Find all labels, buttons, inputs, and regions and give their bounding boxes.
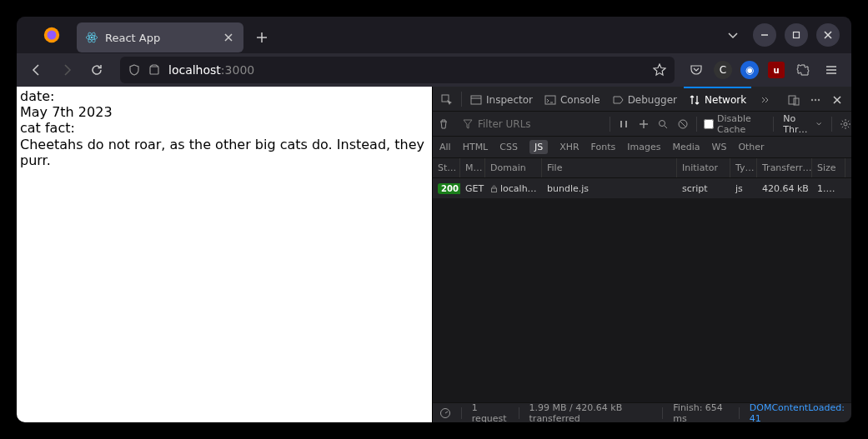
titlebar: React App xyxy=(17,17,851,53)
close-window-button[interactable] xyxy=(816,23,840,47)
content-area: date: May 7th 2023 cat fact: Cheetahs do… xyxy=(17,87,851,422)
url-bar[interactable]: localhost:3000 xyxy=(120,57,675,83)
row-size: 1.… xyxy=(812,178,845,198)
maximize-button[interactable] xyxy=(785,23,808,47)
status-finish: Finish: 654 ms xyxy=(673,402,729,423)
svg-point-16 xyxy=(660,120,665,126)
filter-fonts[interactable]: Fonts xyxy=(591,142,616,152)
reload-button[interactable] xyxy=(83,57,110,83)
header-transferred[interactable]: Transferr… xyxy=(757,158,812,177)
fact-value: Cheetahs do not roar, as the other big c… xyxy=(20,137,429,168)
svg-rect-11 xyxy=(789,96,795,104)
filter-media[interactable]: Media xyxy=(672,142,700,152)
tab-debugger[interactable]: Debugger xyxy=(607,87,682,112)
header-status[interactable]: St… xyxy=(433,158,460,177)
tab-network[interactable]: Network xyxy=(684,87,751,112)
disable-cache-checkbox[interactable]: Disable Cache xyxy=(704,113,766,135)
shield-icon xyxy=(128,64,140,76)
more-tabs-button[interactable] xyxy=(753,87,775,112)
tab-react-app[interactable]: React App xyxy=(77,22,243,52)
date-value: May 7th 2023 xyxy=(20,104,429,120)
status-requests: 1 request xyxy=(472,402,509,423)
tabs-menu-button[interactable] xyxy=(721,23,745,47)
devtools-panel: Inspector Console Debugger Network xyxy=(432,87,851,422)
svg-point-14 xyxy=(815,98,816,100)
svg-point-18 xyxy=(844,122,847,126)
perf-icon[interactable] xyxy=(439,407,451,419)
date-label: date: xyxy=(20,88,429,104)
clear-button[interactable] xyxy=(438,115,449,133)
tab-console[interactable]: Console xyxy=(539,87,605,112)
svg-rect-9 xyxy=(471,96,481,104)
block-button[interactable] xyxy=(675,115,690,133)
pick-element-button[interactable] xyxy=(436,87,458,112)
extension-c-icon[interactable]: C xyxy=(711,58,735,82)
fact-label: cat fact: xyxy=(20,120,429,136)
filter-css[interactable]: CSS xyxy=(499,142,518,152)
page-content: date: May 7th 2023 cat fact: Cheetahs do… xyxy=(17,87,432,422)
svg-point-2 xyxy=(91,37,93,39)
filter-images[interactable]: Images xyxy=(627,142,660,152)
filter-other[interactable]: Other xyxy=(738,142,764,152)
devtools-tabs: Inspector Console Debugger Network xyxy=(433,87,851,112)
forward-button[interactable] xyxy=(53,57,80,83)
network-statusbar: 1 request 1.99 MB / 420.64 kB transferre… xyxy=(433,402,851,422)
responsive-mode-button[interactable] xyxy=(783,87,805,112)
filter-all[interactable]: All xyxy=(439,142,451,152)
status-badge: 200 xyxy=(438,183,460,194)
extension-1password-icon[interactable]: ◉ xyxy=(738,58,761,82)
window-controls xyxy=(753,23,845,47)
pocket-icon[interactable] xyxy=(685,58,708,82)
filter-ws[interactable]: WS xyxy=(712,142,727,152)
minimize-button[interactable] xyxy=(753,23,776,47)
svg-rect-19 xyxy=(492,188,497,192)
add-button[interactable] xyxy=(636,115,650,133)
status-domcontentloaded: DOMContentLoaded: 41 xyxy=(750,402,845,423)
svg-point-1 xyxy=(48,31,57,40)
header-type[interactable]: Ty… xyxy=(730,158,757,177)
row-method: GET xyxy=(460,178,485,198)
page-info-icon xyxy=(148,64,160,76)
filter-icon[interactable] xyxy=(463,115,473,133)
extension-ublock-icon[interactable]: u xyxy=(765,58,788,82)
row-domain: localh… xyxy=(485,178,542,198)
new-tab-button[interactable] xyxy=(250,26,273,49)
url-text: localhost:3000 xyxy=(168,63,254,77)
network-type-filters: All HTML CSS JS XHR Fonts Images Media W… xyxy=(433,137,851,158)
header-file[interactable]: File xyxy=(542,158,677,177)
search-button[interactable] xyxy=(656,115,670,133)
extensions-icon[interactable] xyxy=(791,58,815,82)
svg-rect-7 xyxy=(150,67,158,74)
status-transferred: 1.99 MB / 420.64 kB transferred xyxy=(529,402,653,423)
network-toolbar: Disable Cache No Thr… xyxy=(433,112,851,137)
network-row[interactable]: 200 GET localh… bundle.js script js 420.… xyxy=(433,178,851,198)
filter-js[interactable]: JS xyxy=(529,140,548,154)
header-size[interactable]: Size xyxy=(812,158,845,177)
filter-xhr[interactable]: XHR xyxy=(559,142,579,152)
bookmark-star-icon[interactable] xyxy=(653,63,666,77)
network-body xyxy=(433,198,851,402)
svg-point-13 xyxy=(811,98,813,100)
firefox-logo-icon xyxy=(38,22,65,48)
header-method[interactable]: M… xyxy=(460,158,485,177)
close-devtools-button[interactable] xyxy=(826,87,848,112)
header-initiator[interactable]: Initiator xyxy=(677,158,730,177)
browser-window: React App localhost:3000 C ◉ xyxy=(17,17,851,422)
svg-point-15 xyxy=(818,98,820,100)
pause-button[interactable] xyxy=(617,115,631,133)
header-domain[interactable]: Domain xyxy=(485,158,542,177)
filter-html[interactable]: HTML xyxy=(463,142,489,152)
tab-title: React App xyxy=(105,32,160,44)
devtools-menu-button[interactable] xyxy=(805,87,826,112)
row-initiator: script xyxy=(677,178,730,198)
row-file: bundle.js xyxy=(542,178,677,198)
back-button[interactable] xyxy=(23,57,50,83)
settings-gear-icon[interactable] xyxy=(839,115,851,133)
tab-inspector[interactable]: Inspector xyxy=(465,87,538,112)
row-type: js xyxy=(730,178,757,198)
filter-urls-input[interactable] xyxy=(478,118,603,130)
close-tab-button[interactable] xyxy=(220,29,237,46)
app-menu-button[interactable] xyxy=(818,57,845,83)
react-icon xyxy=(85,31,98,44)
throttling-dropdown[interactable]: No Thr… xyxy=(780,113,825,135)
